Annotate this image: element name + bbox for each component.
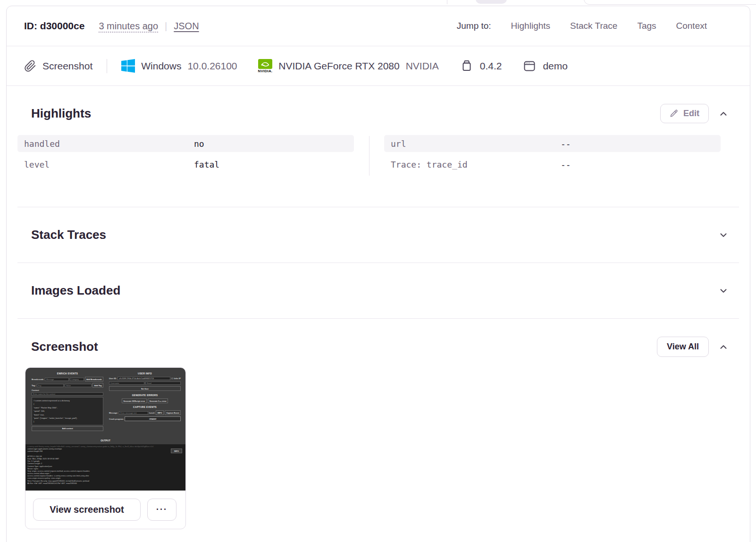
- thumb-user-id-label: User ID:: [109, 377, 117, 380]
- highlights-left-column: handled no level fatal: [17, 135, 354, 177]
- highlight-key: level: [24, 160, 194, 169]
- cutoff-toolbar-divider: [447, 0, 447, 4]
- nvidia-wordmark: NVIDIA.: [258, 69, 273, 73]
- gpu-context-item: NVIDIA. NVIDIA GeForce RTX 2080 NVIDIA: [258, 59, 439, 73]
- jump-to-nav: Jump to: Highlights Stack Trace Tags Con…: [457, 21, 707, 31]
- view-all-label: View All: [667, 342, 699, 352]
- thumb-crash-button: CRASH!: [125, 416, 181, 421]
- environment-context-item: demo: [522, 59, 568, 73]
- stack-traces-title: Stack Traces: [31, 228, 106, 242]
- window-icon: [522, 59, 537, 73]
- thumb-capture-event-button: Capture Event: [165, 410, 181, 415]
- screenshot-context-label: Screenshot: [42, 60, 92, 72]
- screenshot-card: ENRICH EVENTS Breadcrumb: Message Catego…: [25, 367, 186, 529]
- thumb-enrich-title: ENRICH EVENTS: [32, 372, 103, 375]
- thumb-add-tag-button: Add Tag: [92, 383, 103, 388]
- collapse-highlights-chevron-up-icon[interactable]: [718, 109, 729, 119]
- jump-to-label: Jump to:: [457, 21, 491, 31]
- expand-stack-traces-chevron-down-icon[interactable]: [718, 230, 729, 240]
- windows-logo-icon: [121, 59, 135, 73]
- more-options-button[interactable]: ···: [147, 499, 176, 521]
- view-screenshot-label: View screenshot: [50, 504, 124, 515]
- thumb-output-console: x-sentry-auth:Sentry sentry_key=0c7e8ce8…: [25, 444, 185, 491]
- highlight-value: --: [561, 160, 571, 169]
- thumb-user-id-input: a9c35f9f-290b-471d-dbcb-5ad096821713: [118, 377, 170, 380]
- highlights-title: Highlights: [31, 106, 91, 121]
- thumb-breadcrumb-category-input: Category: [70, 378, 84, 381]
- screenshot-section-title: Screenshot: [31, 339, 98, 354]
- images-loaded-title: Images Loaded: [31, 283, 120, 298]
- highlight-row-handled: handled no: [17, 135, 354, 152]
- thumb-infer-ip-checkbox: [171, 378, 173, 380]
- os-name: Windows: [141, 60, 181, 72]
- thumb-level-label: Level:: [149, 412, 155, 414]
- thumb-generate-errors-title: GENERATE ERRORS: [109, 394, 181, 397]
- thumb-gen-cpp-button: Generate C++ error: [148, 398, 168, 403]
- thumb-enrich-panel: ENRICH EVENTS Breadcrumb: Message Catego…: [32, 372, 103, 431]
- thumb-gen-gdscript-button: Generate GDScript error: [122, 398, 147, 403]
- thumb-breadcrumb-label: Breadcrumb:: [32, 378, 44, 381]
- screenshot-context-item[interactable]: Screenshot: [24, 60, 92, 72]
- jump-link-stack-trace[interactable]: Stack Trace: [570, 21, 617, 31]
- highlight-key: Trace: trace_id: [391, 160, 561, 169]
- screenshot-section-header: Screenshot View All: [7, 337, 750, 357]
- header-separator: |: [165, 21, 167, 32]
- view-all-button[interactable]: View All: [657, 337, 709, 357]
- thumb-message-label: Message:: [109, 412, 118, 414]
- nvidia-logo-icon: NVIDIA.: [258, 59, 273, 73]
- thumb-context-name-input: Enter name for the context: [32, 392, 103, 396]
- view-screenshot-button[interactable]: View screenshot: [33, 499, 141, 521]
- highlight-key: handled: [24, 139, 194, 149]
- thumb-context-code: # custom context expressed as a dictiona…: [32, 397, 103, 425]
- thumb-set-user-button: Set User: [109, 386, 181, 391]
- thumb-add-breadcrumb-button: Add Breadcrumb: [85, 377, 103, 381]
- os-version: 10.0.26100: [187, 60, 237, 72]
- highlight-value: --: [561, 139, 571, 149]
- thumb-infer-ip-label: Infer IP: [174, 377, 181, 380]
- screenshot-actions: View screenshot ···: [25, 491, 185, 529]
- collapse-screenshot-chevron-up-icon[interactable]: [718, 342, 729, 352]
- screenshot-thumbnail[interactable]: ENRICH EVENTS Breadcrumb: Message Catego…: [25, 368, 185, 491]
- jump-link-context[interactable]: Context: [676, 21, 707, 31]
- thumb-user-info-panel: USER INFO User ID: a9c35f9f-290b-471d-db…: [109, 372, 181, 423]
- edit-highlights-button[interactable]: Edit: [660, 104, 709, 123]
- pencil-icon: [670, 109, 679, 118]
- thumb-tag-value-input: Value: [65, 384, 92, 387]
- thumb-add-context-button: Add context: [32, 426, 103, 431]
- thumb-email-input: Email: [145, 381, 181, 385]
- highlight-row-trace: Trace: trace_id --: [384, 156, 721, 173]
- release-box-icon: [460, 59, 474, 73]
- highlight-value: no: [194, 139, 204, 149]
- jump-link-highlights[interactable]: Highlights: [511, 21, 550, 31]
- event-header: ID: d30000ce 3 minutes ago | JSON Jump t…: [7, 6, 750, 46]
- release-context-item: 0.4.2: [460, 59, 502, 73]
- thumb-message-input: Enter message text: [119, 411, 148, 415]
- thumb-tag-label: Tag:: [32, 384, 36, 387]
- release-version: 0.4.2: [480, 60, 502, 72]
- paperclip-icon: [24, 60, 36, 72]
- event-time-ago[interactable]: 3 minutes ago: [99, 21, 158, 32]
- cutoff-toolbar-panel: [584, 0, 756, 5]
- gpu-vendor: NVIDIA: [406, 60, 439, 72]
- stack-traces-section: Stack Traces: [7, 207, 750, 263]
- highlights-right-column: url -- Trace: trace_id --: [384, 135, 721, 177]
- expand-images-loaded-chevron-down-icon[interactable]: [718, 286, 729, 296]
- thumb-info-badge: INFO: [171, 449, 182, 453]
- thumb-username-input: Username: [109, 381, 144, 385]
- json-link[interactable]: JSON: [174, 21, 199, 32]
- thumb-breadcrumb-message-input: Message: [45, 378, 68, 381]
- event-id: ID: d30000ce: [24, 20, 84, 32]
- thumb-tag-key-input: Key: [37, 384, 64, 387]
- context-divider: [107, 59, 107, 73]
- thumb-context-label: Context: [32, 389, 103, 391]
- thumb-level-button: INFO: [156, 410, 164, 415]
- highlight-row-level: level fatal: [17, 156, 354, 173]
- thumb-output-title: OUTPUT: [25, 439, 185, 442]
- os-context-item: Windows 10.0.26100: [121, 59, 237, 73]
- thumb-capture-events-title: CAPTURE EVENTS: [109, 406, 181, 408]
- event-detail-card: ID: d30000ce 3 minutes ago | JSON Jump t…: [6, 6, 750, 542]
- highlight-value: fatal: [194, 160, 219, 169]
- jump-link-tags[interactable]: Tags: [637, 21, 656, 31]
- cutoff-toolbar-pill: [476, 0, 507, 4]
- images-loaded-section: Images Loaded: [7, 263, 750, 318]
